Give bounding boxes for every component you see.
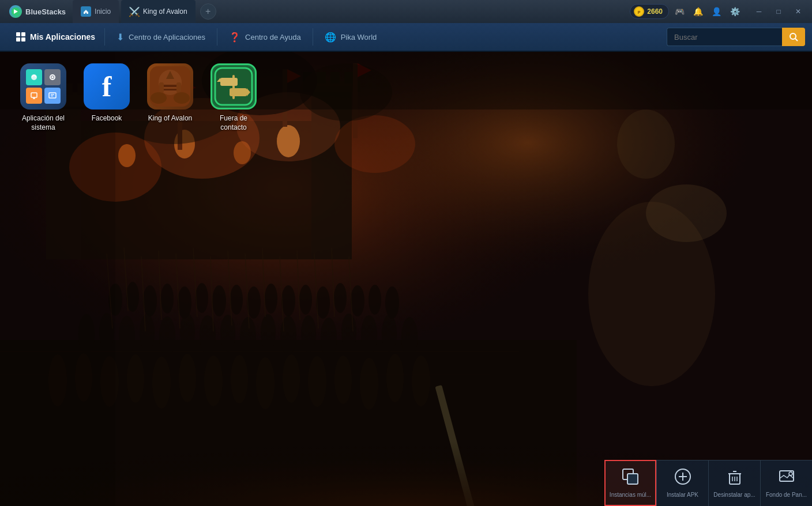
titlebar-right: P 2660 🎮 🔔 👤 ⚙️ ─ □ ✕ — [630, 3, 807, 20]
tab-home[interactable]: Inicio — [73, 0, 119, 23]
svg-line-6 — [795, 39, 798, 41]
app-label-king: King of Avalon — [148, 114, 193, 123]
nav-pika-world[interactable]: 🌐 Pika World — [313, 23, 389, 51]
fondo-label: Fondo de Pan... — [766, 492, 807, 499]
minimize-button[interactable]: ─ — [750, 3, 768, 20]
bottom-toolbar: Instancias múl... Instalar APK — [604, 460, 812, 506]
coin-amount: 2660 — [647, 7, 663, 16]
search-input[interactable] — [667, 28, 782, 46]
sys-icon-orange — [26, 88, 42, 104]
svg-rect-143 — [627, 474, 638, 484]
svg-point-5 — [790, 33, 796, 39]
notification-icon[interactable]: 🔔 — [690, 3, 706, 20]
search-button[interactable] — [782, 28, 805, 46]
sys-icon-gray — [44, 69, 61, 85]
tab-home-label: Inicio — [95, 7, 111, 16]
toolbar-desinstalar[interactable]: Desinstalar ap... — [708, 460, 760, 506]
maximize-button[interactable]: □ — [769, 3, 788, 20]
app-label-sistema: Aplicación del sistema — [17, 114, 69, 132]
tab-king-label: King of Avalon — [143, 7, 187, 16]
app-item-sistema[interactable]: Aplicación del sistema — [17, 63, 69, 132]
toolbar-instancias[interactable]: Instancias múl... — [604, 460, 656, 506]
sys-icon-blue — [44, 88, 61, 104]
close-button[interactable]: ✕ — [789, 3, 807, 20]
svg-rect-122 — [49, 93, 56, 98]
nav-help-center[interactable]: ❓ Centro de Ayuda — [217, 23, 313, 51]
app-label-fuera: Fuera de contacto — [208, 114, 260, 132]
desinstalar-label: Desinstalar ap... — [713, 492, 755, 499]
pika-icon: 🌐 — [325, 32, 336, 43]
nav-help-label: Centro de Ayuda — [245, 33, 301, 41]
grid-icon — [16, 32, 25, 41]
nav-app-center-label: Centro de Aplicaciones — [129, 33, 205, 41]
instancias-label: Instancias múl... — [610, 492, 651, 499]
king-tab-icon: ⚔️ — [129, 6, 140, 17]
coin-badge[interactable]: P 2660 — [630, 4, 669, 19]
apps-grid: Aplicación del sistema f Facebook — [17, 63, 260, 132]
app-item-king[interactable]: King of Avalon — [144, 63, 196, 132]
download-icon: ⬇ — [116, 32, 124, 43]
sys-icon-teal — [26, 69, 42, 85]
svg-text:P: P — [638, 10, 641, 14]
home-tab-icon — [81, 6, 91, 17]
bs-logo-icon — [9, 5, 22, 18]
desinstalar-icon — [726, 468, 743, 489]
app-item-fuera[interactable]: Fuera de contacto — [208, 63, 260, 132]
svg-rect-140 — [230, 88, 247, 96]
app-item-facebook[interactable]: f Facebook — [81, 63, 133, 132]
window-controls: ─ □ ✕ — [750, 3, 807, 20]
svg-point-118 — [51, 76, 54, 78]
app-icon-king — [147, 63, 193, 109]
nav-app-center[interactable]: ⬇ Centro de Aplicaciones — [105, 23, 217, 51]
fondo-icon — [778, 468, 795, 489]
instalar-apk-icon — [674, 468, 691, 489]
app-icon-fuera — [210, 63, 257, 109]
title-bar: BlueStacks Inicio ⚔️ King of Avalon + P — [0, 0, 812, 23]
toolbar-instalar-apk[interactable]: Instalar APK — [656, 460, 708, 506]
svg-point-154 — [789, 472, 792, 475]
instalar-apk-label: Instalar APK — [667, 492, 698, 499]
nav-search — [667, 28, 805, 46]
app-icon-facebook: f — [84, 63, 130, 109]
instancias-icon — [622, 468, 639, 489]
nav-bar: Mis Aplicaciones ⬇ Centro de Aplicacione… — [0, 23, 812, 52]
bluestacks-text: BlueStacks — [25, 7, 66, 16]
help-icon: ❓ — [229, 32, 240, 43]
new-tab-button[interactable]: + — [200, 3, 216, 20]
main-content: Aplicación del sistema f Facebook — [0, 52, 812, 506]
svg-rect-134 — [150, 66, 190, 107]
app-icon-sistema — [20, 63, 66, 109]
gamepad-icon[interactable]: 🎮 — [671, 3, 687, 20]
settings-icon[interactable]: ⚙️ — [727, 3, 743, 20]
toolbar-fondo[interactable]: Fondo de Pan... — [760, 460, 812, 506]
bluestacks-logo[interactable]: BlueStacks — [5, 5, 70, 18]
nav-pika-label: Pika World — [341, 33, 377, 41]
tab-king[interactable]: ⚔️ King of Avalon — [121, 0, 196, 23]
user-icon[interactable]: 👤 — [708, 3, 724, 20]
my-apps-label: Mis Aplicaciones — [30, 32, 95, 41]
coin-icon: P — [634, 6, 644, 17]
svg-rect-119 — [31, 93, 37, 97]
my-apps-button[interactable]: Mis Aplicaciones — [7, 23, 104, 51]
svg-rect-138 — [220, 78, 238, 86]
app-label-facebook: Facebook — [92, 114, 122, 123]
